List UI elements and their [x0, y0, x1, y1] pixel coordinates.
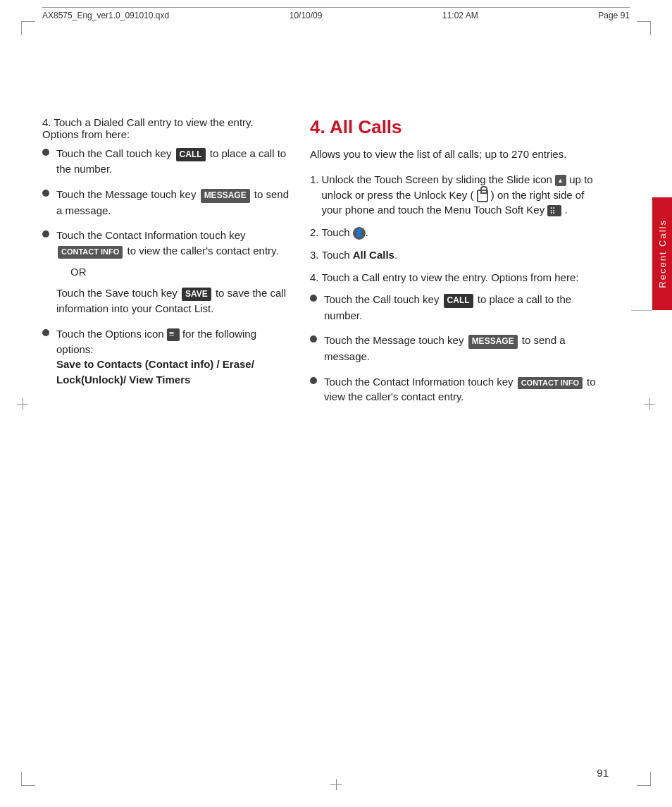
bullet-dot [42, 149, 49, 156]
side-tab: Recent Calls [652, 197, 672, 310]
crosshair-left [17, 398, 28, 409]
menu-icon [547, 205, 561, 216]
list-item: Touch the Contact Information touch key … [42, 228, 289, 316]
list-item: 1. Unlock the Touch Screen by sliding th… [310, 172, 602, 218]
step-number: 4. [310, 270, 319, 285]
bullet-content-call-r: Touch the Call touch key CALL to place a… [324, 292, 602, 323]
right-column: 4. All Calls Allows you to view the list… [310, 53, 630, 765]
step-number: 2. [310, 225, 319, 240]
side-tab-label: Recent Calls [657, 219, 668, 288]
right-bullet-list: Touch the Call touch key CALL to place a… [310, 292, 602, 405]
step-4: 4. Touch a Call entry to view the entry.… [310, 270, 602, 285]
list-item: Touch the Options icon for the following… [42, 326, 289, 388]
side-divider [631, 310, 652, 311]
header-bar: AX8575_Eng_ver1.0_091010.qxd 10/10/09 11… [42, 7, 630, 20]
page-number: 91 [597, 767, 609, 779]
bullet-content-contact-r: Touch the Contact Information touch key … [324, 374, 602, 405]
save-badge: SAVE [182, 288, 211, 301]
list-item: Touch the Message touch key MESSAGE to s… [310, 333, 602, 364]
call-badge: CALL [176, 148, 206, 161]
step-number: 1. [310, 172, 319, 187]
left-bullet-list: Touch the Call touch key CALL to place a… [42, 146, 289, 388]
step-4-text: Touch a Call entry to view the entry. Op… [322, 270, 579, 285]
contact-badge: CONTACT INFO [58, 246, 123, 259]
section-heading: 4. All Calls [310, 116, 602, 138]
list-item: 3. Touch All Calls. [310, 247, 602, 263]
crop-mark-bl [21, 772, 35, 786]
crop-mark-tl [21, 21, 35, 35]
bullet-dot [310, 377, 317, 384]
list-item: Touch the Call touch key CALL to place a… [310, 292, 602, 323]
list-item: Touch the Message touch key MESSAGE to s… [42, 187, 289, 218]
left-item-intro: 4. Touch a Dialed Call entry to view the… [42, 116, 289, 140]
crosshair-right [644, 398, 655, 409]
options-text: Save to Contacts (Contact info) / Erase/… [56, 358, 254, 386]
call-badge-r: CALL [444, 294, 473, 307]
message-badge: MESSAGE [201, 189, 250, 202]
bullet-content-message: Touch the Message touch key MESSAGE to s… [56, 187, 289, 218]
header-filename: AX8575_Eng_ver1.0_091010.qxd [42, 11, 169, 20]
bullet-content-message-r: Touch the Message touch key MESSAGE to s… [324, 333, 602, 364]
list-item: 4. Touch a Call entry to view the entry.… [310, 270, 602, 405]
bullet-dot [310, 295, 317, 302]
bullet-dot [42, 230, 49, 238]
list-item: Touch the Call touch key CALL to place a… [42, 146, 289, 177]
left-item-number: 4. [42, 116, 54, 128]
unlock-icon [477, 190, 488, 202]
step-1: 1. Unlock the Touch Screen by sliding th… [310, 172, 602, 218]
step-2-text: Touch . [322, 225, 368, 240]
bullet-content-call: Touch the Call touch key CALL to place a… [56, 146, 289, 177]
crosshair-bottom [330, 779, 342, 790]
list-item: Touch the Contact Information touch key … [310, 374, 602, 405]
header-page: Page 91 [598, 11, 630, 20]
or-divider: OR [70, 264, 289, 280]
bullet-content-contact: Touch the Contact Information touch key … [56, 228, 289, 316]
step-number: 3. [310, 247, 319, 263]
message-badge-r: MESSAGE [468, 335, 518, 348]
all-calls-bold: All Calls [353, 249, 394, 261]
step-1-text: Unlock the Touch Screen by sliding the S… [322, 172, 602, 218]
step-2: 2. Touch . [310, 225, 602, 240]
bullet-content-options: Touch the Options icon for the following… [56, 326, 289, 388]
header-time: 11:02 AM [442, 11, 478, 20]
header-date: 10/10/09 [290, 11, 323, 20]
right-numbered-list: 1. Unlock the Touch Screen by sliding th… [310, 172, 602, 405]
list-item: 2. Touch . [310, 225, 602, 240]
options-icon [167, 328, 180, 341]
bullet-dot [42, 329, 49, 336]
crop-mark-br [637, 772, 651, 786]
step-3: 3. Touch All Calls. [310, 247, 602, 263]
bullet-dot [42, 190, 49, 197]
step-3-text: Touch All Calls. [322, 247, 398, 263]
left-column: 4. Touch a Dialed Call entry to view the… [42, 53, 310, 765]
contact-badge-r: CONTACT INFO [518, 377, 583, 390]
crop-mark-tr [637, 21, 651, 35]
section-intro: Allows you to view the list of all calls… [310, 147, 602, 162]
main-content: 4. Touch a Dialed Call entry to view the… [42, 53, 630, 765]
bullet-dot [310, 335, 317, 343]
contacts-icon [353, 227, 366, 240]
slide-icon [555, 175, 566, 186]
